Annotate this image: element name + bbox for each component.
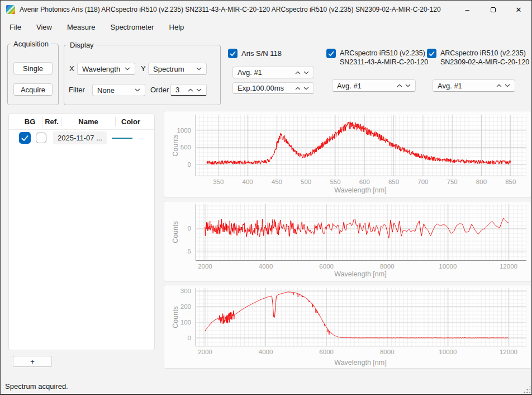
y-tick-label: 200: [164, 302, 191, 311]
header-separator: [115, 117, 116, 126]
spectro1-device-checkbox-row: ARCspectro iR510 (v2.235) SN2311-43-A-MI…: [326, 49, 428, 67]
y-axis-select-label: Y: [141, 64, 146, 73]
x-tick-label: 10000: [439, 263, 457, 270]
acquire-button[interactable]: Acquire: [13, 83, 53, 96]
close-button[interactable]: ✕: [506, 1, 531, 18]
x-axis-label: Wavelength [nm]: [196, 270, 525, 278]
spectro1-checkbox-label: ARCspectro iR510 (v2.235) SN2311-43-A-MI…: [340, 49, 428, 67]
chevron-up-icon[interactable]: [188, 88, 193, 92]
y-tick-label: 100: [164, 318, 191, 327]
chevron-up-icon[interactable]: [397, 84, 402, 87]
spectro2-device-checkbox-row: ARCspectro iR510 (v2.235) SN2309-02-A-MI…: [427, 49, 529, 67]
x-tick-label: 10000: [439, 349, 457, 355]
x-tick-label: 800: [476, 178, 487, 185]
ref-checkbox[interactable]: [36, 133, 46, 143]
filter-select[interactable]: None: [92, 84, 145, 96]
chevron-up-icon[interactable]: [295, 71, 301, 74]
spectrum-plot-svg: [196, 115, 526, 176]
chevron-down-icon[interactable]: [196, 88, 202, 92]
add-spectrum-button[interactable]: +: [13, 356, 52, 367]
chevron-down-icon: [125, 67, 130, 70]
chevron-down-icon[interactable]: [405, 84, 411, 87]
x-tick-label: 350: [213, 178, 224, 185]
x-tick-label: 650: [388, 178, 399, 185]
check-icon: [326, 49, 336, 58]
spectrum-color-swatch[interactable]: [112, 138, 132, 139]
x-axis-label: Wavelength [nm]: [196, 186, 525, 194]
check-icon: [427, 49, 436, 58]
single-button[interactable]: Single: [13, 62, 53, 74]
chevron-down-icon[interactable]: [303, 71, 309, 74]
display-group: Display X Wavelength Y Spectrum Filter N…: [64, 45, 221, 105]
maximize-icon: [491, 7, 496, 12]
aris-device-checkbox-row: Aris S/N 118: [228, 49, 282, 58]
bg-checkbox[interactable]: [19, 132, 31, 144]
x-tick-label: 8000: [380, 263, 395, 270]
spectrum-trace: [205, 218, 509, 238]
spectrum-name-cell[interactable]: 2025-11-07 ...: [53, 131, 107, 144]
spectro2-checkbox[interactable]: [427, 49, 436, 58]
y-tick-label: 0: [164, 333, 191, 342]
status-bar: Spectrum acquired.: [1, 378, 531, 394]
spectrum-plot-svg: [196, 288, 526, 346]
table-header-name: Name: [61, 116, 115, 128]
x-tick-label: 4000: [259, 349, 273, 355]
check-icon: [228, 49, 238, 58]
display-group-title: Display: [68, 41, 96, 49]
x-axis-select[interactable]: Wavelength: [77, 63, 135, 75]
x-tick-label: 850: [505, 178, 516, 185]
chevron-up-icon[interactable]: [295, 87, 301, 90]
plot-area[interactable]: [196, 204, 526, 261]
x-tick-label: 6000: [319, 263, 334, 270]
x-axis-label: Wavelength [nm]: [196, 359, 525, 366]
plot-area[interactable]: [196, 115, 526, 176]
chart-panel-mir-spectrum: Counts Wavelength [nm] 20004000600080001…: [164, 285, 531, 369]
aris-checkbox[interactable]: [228, 49, 238, 58]
chevron-down-icon: [135, 88, 140, 92]
spectro1-averaging-spinner[interactable]: Avg. #1: [332, 79, 416, 92]
maximize-button[interactable]: [480, 1, 506, 18]
x-axis-select-label: X: [69, 64, 74, 73]
chevron-down-icon[interactable]: [303, 87, 309, 90]
menu-view[interactable]: View: [36, 23, 52, 31]
x-tick-label: 6000: [319, 349, 334, 355]
x-tick-label: 4000: [259, 263, 273, 270]
x-tick-label: 500: [301, 178, 311, 185]
x-tick-label: 700: [417, 178, 428, 185]
y-axis-select[interactable]: Spectrum: [148, 63, 207, 75]
aris-checkbox-label: Aris S/N 118: [241, 49, 282, 58]
order-spinner[interactable]: 3: [170, 84, 207, 96]
spectro2-checkbox-label: ARCspectro iR510 (v2.235) SN2309-02-A-MI…: [440, 49, 529, 67]
chevron-down-icon: [196, 67, 202, 70]
aris-averaging-spinner[interactable]: Avg. #1: [232, 67, 314, 78]
chart-panel-mir-noise: Counts Wavelength [nm] 20004000600080001…: [164, 201, 531, 282]
aris-exposure-spinner[interactable]: Exp.100.00ms: [232, 82, 314, 94]
header-separator: [42, 117, 42, 126]
header-divider: [9, 129, 154, 130]
spectrum-plot-svg: [196, 204, 526, 261]
acquisition-group: Acquisition Single Acquire: [7, 44, 59, 105]
acquisition-group-title: Acquisition: [11, 40, 51, 48]
menu-file[interactable]: File: [10, 23, 21, 31]
app-window: Avenir Photonics Aris (118) ARCspectro i…: [0, 0, 532, 395]
y-tick-label: 0: [164, 160, 191, 169]
spectro2-averaging-spinner[interactable]: Avg. #1: [433, 79, 515, 92]
app-icon: [6, 5, 15, 14]
plot-area[interactable]: [196, 288, 526, 346]
menu-spectrometer[interactable]: Spectrometer: [110, 23, 154, 31]
menu-measure[interactable]: Measure: [67, 23, 96, 31]
x-tick-label: 450: [272, 178, 282, 185]
spectra-list-panel: BG Ref. Name Color 2025-11-07 ...: [8, 114, 155, 350]
x-tick-label: 750: [447, 178, 458, 185]
chevron-up-icon[interactable]: [496, 84, 502, 87]
x-tick-label: 400: [242, 178, 253, 185]
menu-help[interactable]: Help: [169, 23, 184, 31]
spectro1-checkbox[interactable]: [326, 49, 336, 58]
chart-panel-visible-spectrum: Counts Wavelength [nm] 35040045050055060…: [164, 111, 531, 198]
minimize-button[interactable]: –: [454, 1, 480, 18]
x-tick-label: 12000: [500, 349, 517, 355]
chevron-down-icon[interactable]: [505, 84, 510, 87]
x-tick-label: 600: [359, 178, 370, 185]
x-tick-label: 2000: [198, 349, 212, 355]
table-header-color: Color: [115, 116, 146, 128]
